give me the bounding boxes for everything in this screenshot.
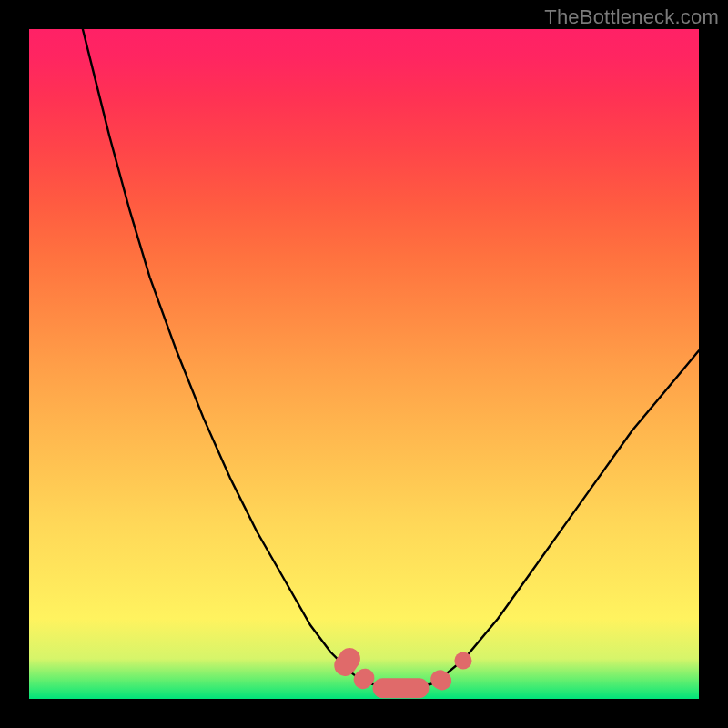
marker-dot	[454, 652, 471, 669]
chart-frame: TheBottleneck.com	[0, 0, 728, 728]
watermark-text: TheBottleneck.com	[544, 5, 719, 29]
marker-pill	[373, 678, 430, 698]
curve-layer	[29, 29, 699, 699]
plot-area	[29, 29, 699, 699]
bottleneck-curve	[83, 29, 699, 688]
